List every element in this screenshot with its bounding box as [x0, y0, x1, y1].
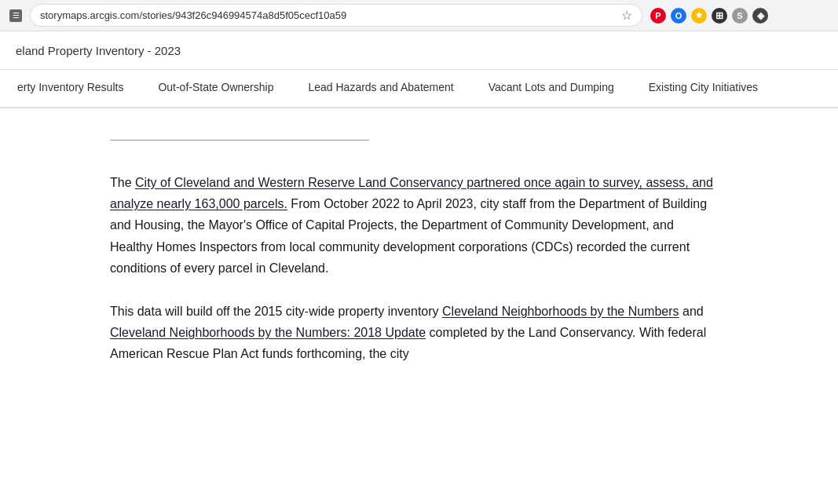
ext6-icon[interactable]: ◈ — [752, 8, 768, 24]
decorative-divider — [110, 140, 369, 141]
nav-tabs: erty Inventory Results Out-of-State Owne… — [0, 70, 838, 108]
browser-favicon: ☰ — [9, 9, 22, 22]
tab-vacant-lots[interactable]: Vacant Lots and Dumping — [471, 70, 631, 107]
ext4-icon[interactable]: ⊞ — [712, 8, 727, 24]
ext2-icon[interactable]: O — [671, 8, 686, 24]
bookmark-star-icon[interactable]: ☆ — [621, 8, 632, 23]
paragraph1-prefix: The — [110, 176, 135, 189]
tab-out-of-state[interactable]: Out-of-State Ownership — [141, 70, 291, 107]
cnn-link1[interactable]: Cleveland Neighborhoods by the Numbers — [442, 305, 679, 318]
ext5-icon[interactable]: S — [732, 8, 748, 24]
paragraph-1: The City of Cleveland and Western Reserv… — [110, 172, 715, 279]
paragraph2-middle: and — [679, 305, 704, 318]
tab-existing-initiatives[interactable]: Existing City Initiatives — [631, 70, 775, 107]
ext3-icon[interactable]: ★ — [691, 8, 707, 24]
pinterest-extension-icon[interactable]: P — [650, 8, 666, 24]
main-content: The City of Cleveland and Western Reserv… — [0, 108, 754, 418]
page-title-bar: eland Property Inventory - 2023 — [0, 31, 838, 70]
tab-lead-hazards[interactable]: Lead Hazards and Abatement — [291, 70, 470, 107]
browser-extensions: P O ★ ⊞ S ◈ — [650, 8, 768, 24]
tab-inventory-results[interactable]: erty Inventory Results — [0, 70, 141, 107]
paragraph2-prefix: This data will build off the 2015 city-w… — [110, 305, 442, 318]
url-bar[interactable]: storymaps.arcgis.com/stories/943f26c9469… — [30, 4, 642, 27]
cnn-link2[interactable]: Cleveland Neighborhoods by the Numbers: … — [110, 326, 426, 339]
browser-chrome: ☰ storymaps.arcgis.com/stories/943f26c94… — [0, 0, 838, 31]
page-title: eland Property Inventory - 2023 — [16, 44, 181, 57]
paragraph-2: This data will build off the 2015 city-w… — [110, 301, 715, 365]
url-text: storymaps.arcgis.com/stories/943f26c9469… — [40, 9, 346, 21]
